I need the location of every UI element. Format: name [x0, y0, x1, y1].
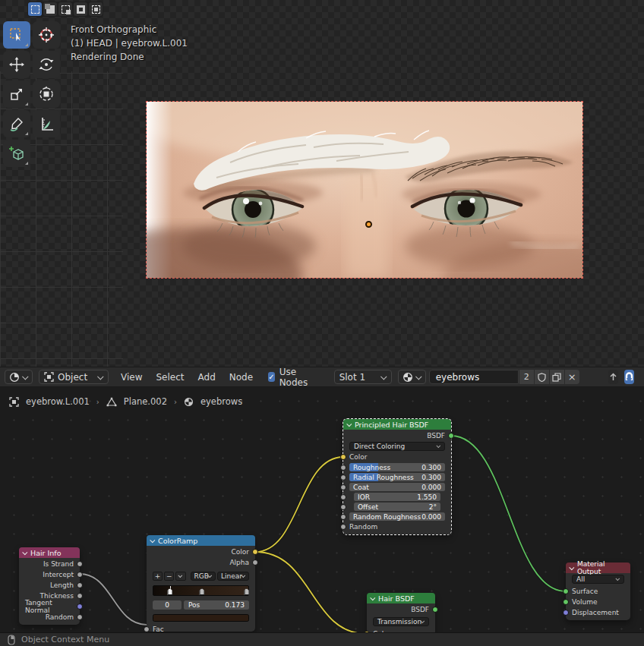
node-header[interactable]: Material Output [566, 562, 630, 573]
object-data-icon [9, 397, 19, 407]
socket-color-out[interactable] [252, 549, 258, 555]
socket-volume-in[interactable] [563, 599, 569, 605]
color-ramp-gradient[interactable] [153, 585, 249, 596]
node-header[interactable]: Principled Hair BSDF [343, 419, 451, 430]
coat-slider[interactable]: Coat0.000 [349, 483, 445, 491]
add-stop-button[interactable]: + [153, 572, 163, 581]
socket-surface-in[interactable] [563, 588, 569, 594]
select-mode-invert-button[interactable] [74, 2, 87, 16]
tool-scale[interactable] [3, 80, 30, 108]
roughness-slider[interactable]: Roughness0.300 [349, 463, 445, 471]
menu-select[interactable]: Select [156, 372, 184, 383]
new-material-copy-button[interactable] [550, 370, 564, 384]
collapse-icon[interactable] [569, 565, 574, 570]
socket-bsdf-out[interactable] [448, 433, 454, 439]
unlink-material-button[interactable]: × [565, 370, 579, 384]
socket-radial-roughness-in[interactable] [340, 474, 346, 481]
editor-type-dropdown[interactable] [5, 370, 33, 384]
arrow-up-icon [608, 372, 618, 382]
stop-position-field[interactable]: Pos 0.173 [184, 600, 249, 610]
socket-random-in[interactable] [340, 524, 346, 530]
tool-select-box[interactable] [3, 21, 30, 49]
tool-rotate[interactable] [33, 51, 60, 78]
select-mode-subtract-button[interactable] [58, 2, 72, 16]
node-hair-info[interactable]: Hair Info Is Strand Intercept Length Thi… [19, 547, 80, 625]
material-name-field[interactable]: eyebrows [429, 370, 519, 384]
node-principled-hair-bsdf[interactable]: Principled Hair BSDF BSDF Direct Colorin… [343, 419, 451, 534]
offset-field[interactable]: Offset2° [354, 503, 440, 511]
tool-move[interactable] [3, 51, 30, 78]
socket-offset-in[interactable] [340, 504, 346, 510]
radial-roughness-slider[interactable]: Radial Roughness0.300 [349, 473, 445, 481]
menu-node[interactable]: Node [229, 372, 253, 383]
output-target-dropdown[interactable]: All [572, 575, 624, 584]
socket-random[interactable] [77, 614, 83, 620]
socket-fac-in[interactable] [144, 626, 150, 632]
fake-user-shield-button[interactable] [535, 370, 549, 384]
socket-label: Random [46, 613, 74, 621]
menu-view[interactable]: View [121, 372, 142, 383]
socket-length[interactable] [77, 582, 83, 588]
collapse-icon[interactable] [150, 537, 155, 543]
stop-color-swatch[interactable] [153, 614, 249, 622]
socket-displacement-in[interactable] [563, 610, 569, 616]
random-roughness-slider[interactable]: Random Roughness0.000 [349, 512, 445, 521]
socket-coat-in[interactable] [340, 484, 346, 490]
node-header[interactable]: Hair BSDF [367, 593, 435, 603]
breadcrumb-mesh[interactable]: Plane.002 [124, 396, 167, 407]
node-hair-bsdf[interactable]: Hair BSDF BSDF Transmission Color [367, 593, 435, 632]
use-nodes-checkbox[interactable]: ✓ Use Nodes [268, 367, 311, 388]
socket-bsdf-out[interactable] [432, 607, 438, 613]
socket-thickness[interactable] [77, 593, 83, 599]
interpolation-dropdown[interactable]: Linear [217, 572, 249, 581]
delete-stop-button[interactable]: − [164, 572, 174, 581]
socket-tangent-normal[interactable] [77, 603, 83, 610]
node-header[interactable]: ColorRamp [147, 535, 255, 546]
select-mode-extend-button[interactable] [43, 2, 57, 16]
socket-is-strand[interactable] [77, 561, 83, 567]
ramp-stop[interactable] [244, 588, 249, 595]
material-users-count-button[interactable]: 2 [519, 370, 534, 384]
socket-color-in[interactable] [364, 631, 370, 632]
node-editor[interactable]: eyebrow.L.001 › Plane.002 › eyebrows [0, 387, 644, 632]
socket-ior-in[interactable] [340, 494, 346, 500]
socket-intercept[interactable] [77, 572, 83, 578]
mode-dropdown[interactable]: Object [39, 370, 109, 384]
select-mode-set-button[interactable] [28, 2, 42, 16]
select-mode-intersect-button[interactable] [89, 2, 103, 16]
stop-index-field[interactable]: 0 [153, 600, 182, 610]
socket-roughness-in[interactable] [340, 465, 346, 471]
color-mode-dropdown[interactable]: RGB [191, 572, 216, 581]
component-dropdown[interactable]: Transmission [373, 617, 429, 626]
breadcrumb-object[interactable]: eyebrow.L.001 [26, 396, 90, 407]
menu-add[interactable]: Add [198, 372, 216, 383]
browse-material-dropdown[interactable] [398, 370, 426, 384]
collapse-icon[interactable] [346, 421, 352, 427]
tool-measure[interactable] [33, 110, 60, 137]
socket-color-in[interactable] [340, 454, 346, 460]
view-name-label: Front Orthographic [71, 23, 188, 36]
node-header[interactable]: Hair Info [19, 547, 80, 558]
socket-alpha-out[interactable] [252, 559, 258, 566]
socket-random-roughness-in[interactable] [340, 514, 346, 520]
go-to-parent-tree-button[interactable] [608, 370, 618, 384]
render-region [146, 101, 583, 279]
collapse-icon[interactable] [370, 595, 375, 600]
coloring-dropdown[interactable]: Direct Coloring [349, 442, 445, 451]
ior-field[interactable]: IOR1.550 [354, 493, 440, 501]
breadcrumb-material[interactable]: eyebrows [200, 396, 242, 407]
tool-cursor[interactable] [33, 21, 60, 49]
viewport-3d[interactable]: Front Orthographic (1) HEAD | eyebrow.L.… [0, 0, 644, 367]
node-material-output[interactable]: Material Output All Surface Volume Displ… [566, 562, 630, 620]
tool-annotate[interactable] [3, 110, 30, 137]
ramp-stop[interactable] [199, 588, 204, 595]
render-status-label: Rendering Done [71, 50, 188, 64]
node-color-ramp[interactable]: ColorRamp Color Alpha + − RGB Linear [147, 535, 255, 632]
collapse-icon[interactable] [22, 550, 27, 555]
ramp-stop-selected[interactable] [167, 588, 172, 595]
tool-add-cube[interactable] [3, 140, 30, 167]
slot-dropdown[interactable]: Slot 1 [334, 370, 392, 384]
snap-magnet-toggle[interactable] [624, 370, 634, 384]
ramp-options-dropdown[interactable] [175, 572, 185, 581]
tool-transform[interactable] [33, 80, 60, 108]
